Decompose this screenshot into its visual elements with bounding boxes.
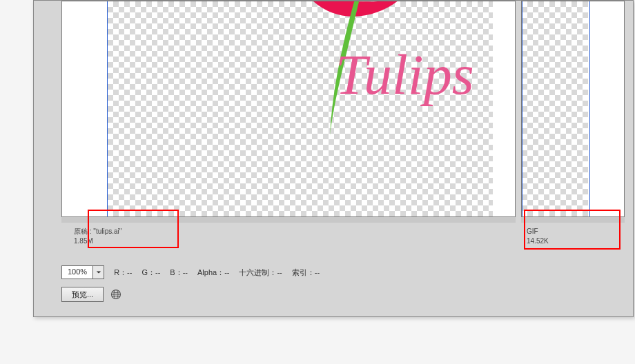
guide-line	[589, 1, 590, 216]
horizontal-scrollbar[interactable]	[521, 217, 625, 223]
original-filename-label: 原稿 : "tulips.ai"	[74, 227, 505, 236]
info-strip: 原稿 : "tulips.ai" 1.85M GIF 14.52K	[61, 223, 629, 253]
hex-readout: 十六进制：--	[239, 267, 282, 278]
chevron-down-icon	[96, 270, 101, 275]
zoom-dropdown-button[interactable]	[92, 266, 104, 279]
zoom-value: 100%	[62, 266, 92, 279]
original-info-box: 原稿 : "tulips.ai" 1.85M	[68, 223, 510, 250]
transparency-checker	[522, 1, 588, 216]
save-for-web-window: Tulips 原稿 : "tulips.ai" 1.85M GIF 14.52K…	[33, 0, 634, 317]
b-readout: B：--	[170, 267, 188, 278]
alpha-readout: Alpha：--	[197, 267, 229, 278]
bottom-button-row: 预览...	[61, 285, 629, 304]
readout-controls-row: 100% R：-- G：-- B：-- Alpha：-- 十六进制：-- 索引：…	[61, 263, 629, 282]
pane-divider[interactable]	[516, 1, 521, 217]
optimized-preview-pane[interactable]	[521, 1, 625, 217]
left-rail	[34, 1, 61, 223]
preview-button[interactable]: 预览...	[61, 287, 104, 302]
zoom-select[interactable]: 100%	[61, 265, 104, 279]
r-readout: R：--	[114, 267, 132, 278]
original-preview-pane[interactable]: Tulips	[61, 1, 516, 217]
g-readout: G：--	[141, 267, 160, 278]
optimized-filesize-label: 14.52K	[527, 236, 619, 246]
preview-row: Tulips	[61, 1, 629, 223]
artwork-area: Tulips	[108, 1, 493, 216]
artwork-text: Tulips	[335, 43, 474, 108]
optimized-info-box: GIF 14.52K	[521, 223, 625, 250]
optimized-format-label: GIF	[527, 227, 619, 236]
guide-line	[522, 1, 522, 216]
globe-icon[interactable]	[110, 289, 121, 300]
index-readout: 索引：--	[292, 267, 320, 278]
preview-button-label: 预览...	[72, 290, 93, 300]
horizontal-scrollbar[interactable]	[61, 217, 516, 223]
original-filesize-label: 1.85M	[74, 236, 505, 246]
